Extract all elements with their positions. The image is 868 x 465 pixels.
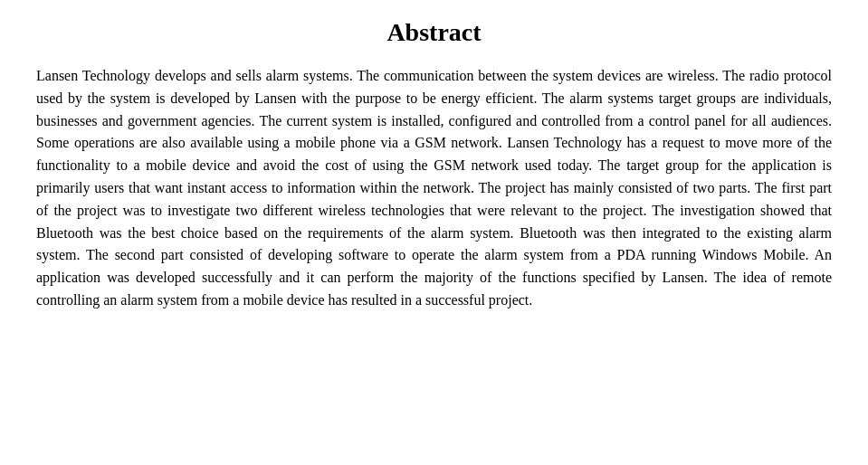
abstract-body: Lansen Technology develops and sells ala… xyxy=(36,65,832,312)
page-container: Abstract Lansen Technology develops and … xyxy=(36,18,832,312)
abstract-title: Abstract xyxy=(36,18,832,47)
